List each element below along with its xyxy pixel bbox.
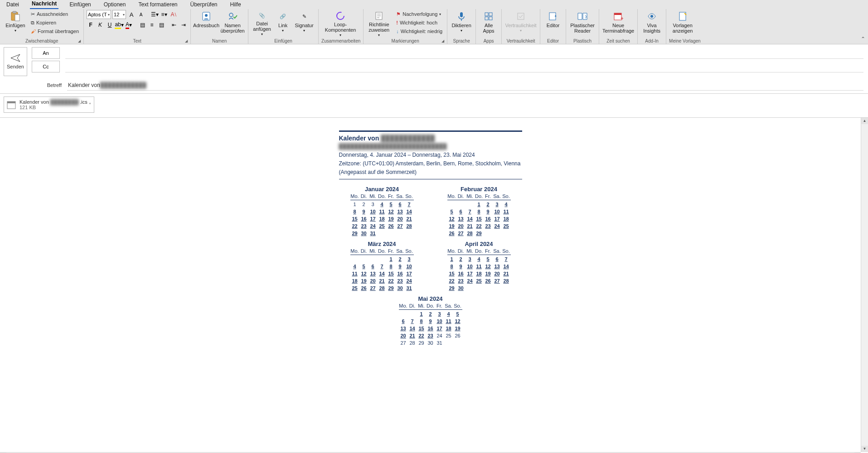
calendar-day[interactable]: 20 [369, 277, 378, 284]
calendar-day[interactable]: 24 [369, 222, 378, 230]
calendar-day[interactable]: 5 [359, 263, 369, 270]
calendar-day[interactable]: 5 [387, 201, 396, 208]
tab-datei[interactable]: Datei [5, 0, 21, 9]
calendar-day[interactable]: 24 [466, 277, 475, 284]
calendar-day[interactable]: 9 [396, 263, 405, 270]
calendar-day[interactable]: 15 [475, 215, 484, 222]
align-center-button[interactable]: ≡ [148, 21, 156, 29]
tab-einfügen[interactable]: Einfügen [68, 0, 92, 9]
calendar-day[interactable]: 7 [502, 255, 511, 263]
calendar-day[interactable]: 31 [435, 339, 444, 347]
calendar-day[interactable]: 3 [369, 201, 378, 208]
highlight-button[interactable]: ab▾ [115, 21, 123, 29]
check-names-button[interactable]: Namen überprüfen [220, 10, 245, 37]
calendar-day[interactable]: 22 [417, 332, 426, 339]
font-size-select[interactable]: 12 [112, 10, 126, 19]
tab-text-formatieren[interactable]: Text formatieren [136, 0, 179, 9]
chevron-down-icon[interactable]: ˅ [89, 102, 91, 107]
calendar-day[interactable]: 25 [502, 222, 511, 230]
followup-button[interactable]: ⚑Nachverfolgung▾ [394, 10, 444, 18]
calendar-day[interactable]: 15 [417, 325, 426, 332]
calendar-day[interactable]: 16 [396, 270, 405, 277]
calendar-day[interactable]: 17 [435, 325, 444, 332]
calendar-day[interactable]: 24 [435, 332, 444, 339]
calendar-day[interactable]: 27 [399, 339, 408, 347]
sensitivity-button[interactable]: Vertraulichkeit▾ [504, 10, 537, 37]
dictate-button[interactable]: Diktieren▾ [450, 10, 473, 37]
importance-high-button[interactable]: !Wichtigkeit: hoch [394, 19, 444, 27]
attachment-card[interactable]: Kalender von ████████ .ics 121 KB ˅ [4, 96, 94, 113]
calendar-day[interactable]: 29 [447, 284, 456, 292]
font-name-select[interactable]: Aptos (T [87, 10, 111, 19]
calendar-day[interactable]: 15 [447, 270, 456, 277]
grow-font-button[interactable]: A [127, 10, 136, 19]
calendar-day[interactable]: 11 [350, 270, 359, 277]
format-painter-button[interactable]: 🖌 Format übertragen [29, 27, 81, 35]
calendar-day[interactable]: 8 [447, 263, 456, 270]
calendar-day[interactable]: 22 [350, 222, 359, 230]
importance-low-button[interactable]: ↓Wichtigkeit: niedrig [394, 27, 444, 35]
calendar-day[interactable]: 5 [447, 208, 456, 215]
attach-file-button[interactable]: 📎 Datei anfügen▾ [251, 10, 273, 37]
calendar-day[interactable]: 18 [350, 277, 359, 284]
calendar-day[interactable]: 1 [350, 201, 359, 208]
calendar-day[interactable]: 6 [396, 201, 405, 208]
calendar-day[interactable]: 15 [350, 215, 359, 222]
calendar-day[interactable]: 21 [405, 215, 414, 222]
calendar-day[interactable]: 29 [475, 230, 484, 237]
dialog-launcher-icon[interactable]: ◢ [78, 39, 82, 43]
calendar-day[interactable]: 20 [399, 332, 408, 339]
calendar-day[interactable]: 28 [405, 222, 414, 230]
calendar-day[interactable]: 7 [378, 263, 387, 270]
calendar-day[interactable]: 17 [369, 215, 378, 222]
dialog-launcher-icon[interactable]: ◢ [441, 39, 446, 43]
tab-optionen[interactable]: Optionen [102, 0, 128, 9]
calendar-day[interactable]: 22 [447, 277, 456, 284]
calendar-day[interactable]: 8 [387, 263, 396, 270]
calendar-day[interactable]: 3 [466, 255, 475, 263]
tab-überprüfen[interactable]: Überprüfen [189, 0, 219, 9]
calendar-day[interactable]: 1 [417, 310, 426, 318]
calendar-day[interactable]: 1 [475, 201, 484, 208]
calendar-day[interactable]: 6 [493, 255, 502, 263]
new-meeting-poll-button[interactable]: + Neue Terminabfrage [602, 10, 635, 37]
calendar-day[interactable]: 14 [408, 325, 417, 332]
calendar-day[interactable]: 2 [426, 310, 435, 318]
bullets-button[interactable]: ☰▾ [150, 10, 159, 19]
immersive-reader-button[interactable]: Plastischer Reader [569, 10, 596, 37]
calendar-day[interactable]: 21 [408, 332, 417, 339]
calendar-day[interactable]: 14 [405, 208, 414, 215]
calendar-day[interactable]: 25 [444, 332, 453, 339]
calendar-day[interactable]: 25 [350, 284, 359, 292]
send-button[interactable]: Senden [4, 47, 27, 76]
calendar-day[interactable]: 15 [387, 270, 396, 277]
calendar-day[interactable]: 17 [466, 270, 475, 277]
addressbook-button[interactable]: Adressbuch [194, 10, 219, 37]
calendar-day[interactable]: 12 [484, 263, 493, 270]
calendar-day[interactable]: 12 [447, 215, 456, 222]
calendar-day[interactable]: 2 [456, 255, 466, 263]
calendar-day[interactable]: 23 [426, 332, 435, 339]
calendar-day[interactable]: 26 [359, 284, 369, 292]
calendar-day[interactable]: 11 [444, 318, 453, 325]
calendar-day[interactable]: 4 [378, 201, 387, 208]
calendar-day[interactable]: 16 [484, 215, 493, 222]
calendar-day[interactable]: 1 [447, 255, 456, 263]
calendar-day[interactable]: 18 [444, 325, 453, 332]
signature-button[interactable]: ✎ Signatur▾ [293, 10, 315, 37]
calendar-day[interactable]: 31 [369, 230, 378, 237]
calendar-day[interactable]: 19 [447, 222, 456, 230]
calendar-day[interactable]: 9 [359, 208, 369, 215]
calendar-day[interactable]: 18 [502, 215, 511, 222]
dialog-launcher-icon[interactable]: ◢ [185, 39, 189, 43]
message-body-scroll[interactable]: Kalender von ████████████ ██████████████… [0, 118, 861, 452]
calendar-day[interactable]: 28 [408, 339, 417, 347]
to-button[interactable]: An [32, 47, 60, 59]
calendar-day[interactable]: 17 [493, 215, 502, 222]
calendar-day[interactable]: 26 [447, 230, 456, 237]
calendar-day[interactable]: 27 [456, 230, 466, 237]
calendar-day[interactable]: 25 [378, 222, 387, 230]
calendar-day[interactable]: 9 [426, 318, 435, 325]
calendar-day[interactable]: 26 [453, 332, 462, 339]
calendar-day[interactable]: 18 [378, 215, 387, 222]
